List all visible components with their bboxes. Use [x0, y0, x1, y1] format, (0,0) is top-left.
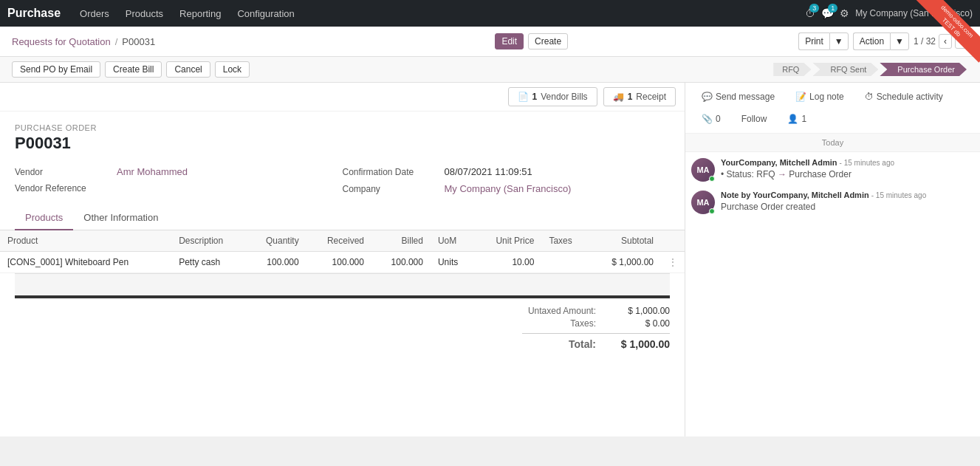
cell-description[interactable]: Petty cash	[171, 252, 246, 273]
cell-subtotal: $ 1,000.00	[589, 252, 661, 273]
nav-products[interactable]: Products	[118, 5, 171, 22]
prev-button[interactable]: ‹	[939, 34, 952, 49]
send-po-email-button[interactable]: Send PO by Email	[12, 61, 100, 78]
message-header-2: Note by YourCompany, Mitchell Admin - 15…	[721, 191, 974, 199]
total-label: Total:	[500, 338, 596, 350]
col-billed: Billed	[371, 230, 431, 252]
vendor-ref-label: Vendor Reference	[15, 183, 111, 193]
pagination: 1 / 32 ‹ ›	[914, 34, 968, 49]
paperclip-icon: 📎	[702, 114, 713, 124]
status-bar: Send PO by Email Create Bill Cancel Lock…	[0, 57, 980, 83]
table-footer	[15, 273, 670, 295]
chat-message-1: MA YourCompany, Mitchell Admin - 15 minu…	[691, 158, 974, 182]
clock-badge: 3	[809, 4, 819, 13]
clock-icon[interactable]: ⏱ 3	[805, 7, 815, 19]
avatar-wrap-1: MA	[691, 158, 715, 182]
taxes-value: $ 0.00	[611, 318, 670, 329]
nav-configuration[interactable]: Configuration	[230, 5, 301, 22]
paperclip-button[interactable]: 📎 0	[694, 111, 728, 127]
follow-button[interactable]: Follow	[734, 111, 775, 127]
edit-button[interactable]: Edit	[495, 33, 524, 49]
receipt-button[interactable]: 🚚 1 Receipt	[603, 87, 676, 106]
next-button[interactable]: ›	[955, 34, 968, 49]
tab-other-information[interactable]: Other Information	[73, 206, 168, 230]
print-dropdown-button[interactable]: ▼	[829, 32, 849, 50]
users-button[interactable]: 👤 1	[780, 111, 814, 127]
clock-icon: ⏱	[865, 92, 874, 102]
total-row: Total: $ 1,000.00	[500, 338, 670, 350]
vendor-bills-bar: 📄 1 Vendor Bills 🚚 1 Receipt	[0, 83, 685, 112]
date-company-fields: Confirmation Date 08/07/2021 11:09:51 Co…	[343, 163, 671, 197]
create-button[interactable]: Create	[528, 33, 568, 49]
action-button[interactable]: Action	[853, 32, 890, 50]
total-value: $ 1,000.00	[611, 338, 670, 350]
untaxed-row: Untaxed Amount: $ 1,000.00	[500, 306, 670, 316]
cancel-button[interactable]: Cancel	[166, 61, 210, 78]
settings-icon[interactable]: ⚙	[840, 7, 849, 19]
pipeline-rfq-sent[interactable]: RFQ Sent	[812, 63, 878, 76]
products-table: Product Description Quantity Received Bi…	[0, 230, 685, 273]
breadcrumb-parent[interactable]: Requests for Quotation	[12, 36, 111, 47]
chatter: 💬 Send message 📝 Log note ⏱ Schedule act…	[685, 83, 980, 436]
col-description: Description	[171, 230, 246, 252]
print-button[interactable]: Print	[798, 32, 829, 50]
note-by-label: Note by	[721, 191, 753, 199]
po-number: P00031	[15, 134, 670, 153]
vendor-bills-button[interactable]: 📄 1 Vendor Bills	[508, 87, 597, 106]
vendor-label: Vendor	[15, 167, 111, 177]
breadcrumb-separator: /	[115, 36, 118, 47]
print-button-group: Print ▼	[798, 32, 849, 50]
taxes-row: Taxes: $ 0.00	[500, 318, 670, 329]
cell-product[interactable]: [CONS_0001] Whiteboard Pen	[0, 252, 171, 273]
cell-quantity[interactable]: 100.000	[246, 252, 306, 273]
po-header: Purchase Order P00031	[0, 112, 685, 160]
po-type-label: Purchase Order	[15, 123, 670, 132]
app-brand[interactable]: Purchase	[7, 7, 61, 20]
note-author: YourCompany, Mitchell Admin	[753, 191, 868, 199]
col-received: Received	[306, 230, 371, 252]
untaxed-value: $ 1,000.00	[611, 306, 670, 316]
totals-section: Untaxed Amount: $ 1,000.00 Taxes: $ 0.00…	[0, 298, 685, 357]
col-subtotal: Subtotal	[589, 230, 661, 252]
chat-message-2: MA Note by YourCompany, Mitchell Admin -…	[691, 191, 974, 214]
avatar-wrap-2: MA	[691, 191, 715, 214]
users-icon: 👤	[787, 114, 798, 124]
online-dot-1	[709, 176, 715, 182]
pipeline-rfq[interactable]: RFQ	[773, 63, 811, 76]
log-note-button[interactable]: 📝 Log note	[788, 89, 851, 105]
cell-uom[interactable]: Units	[431, 252, 475, 273]
vendor-value[interactable]: Amr Mohammed	[117, 166, 188, 177]
nav-orders[interactable]: Orders	[72, 5, 117, 22]
chat-icon[interactable]: 💬 1	[821, 7, 834, 19]
message-time-2: - 15 minutes ago	[871, 191, 927, 199]
tabs-bar: Products Other Information	[0, 206, 685, 230]
followers-count: 0	[716, 114, 721, 124]
nav-reporting[interactable]: Reporting	[172, 5, 228, 22]
cell-unit-price[interactable]: 10.00	[475, 252, 542, 273]
fields-grid: Vendor Amr Mohammed Vendor Reference Con…	[0, 160, 685, 206]
confirmation-date-label: Confirmation Date	[343, 167, 439, 177]
create-bill-button[interactable]: Create Bill	[105, 61, 162, 78]
message-time-1: - 15 minutes ago	[840, 159, 895, 167]
bills-label: Vendor Bills	[541, 92, 587, 102]
status-pipeline: RFQ RFQ Sent Purchase Order	[773, 63, 968, 76]
receipt-icon: 🚚	[613, 92, 624, 102]
send-message-button[interactable]: 💬 Send message	[694, 89, 782, 105]
note-icon: 📝	[795, 92, 806, 102]
tab-products[interactable]: Products	[15, 206, 73, 230]
note-content: Purchase Order created	[721, 202, 974, 212]
col-actions	[661, 230, 685, 252]
users-count: 1	[801, 114, 806, 124]
pipeline-purchase-order[interactable]: Purchase Order	[880, 63, 967, 76]
arrow-icon-1: →	[778, 169, 787, 179]
cell-row-actions[interactable]: ⋮	[661, 252, 685, 273]
action-dropdown-button[interactable]: ▼	[890, 32, 909, 50]
chatter-actions: 💬 Send message 📝 Log note ⏱ Schedule act…	[685, 83, 980, 134]
schedule-activity-button[interactable]: ⏱ Schedule activity	[857, 89, 950, 105]
cell-billed: 100.000	[371, 252, 431, 273]
lock-button[interactable]: Lock	[215, 61, 250, 78]
company-selector[interactable]: My Company (San Francisco)	[855, 8, 973, 18]
company-value[interactable]: My Company (San Francisco)	[445, 183, 572, 194]
message-content-1: • Status: RFQ → Purchase Order	[721, 169, 974, 179]
cell-taxes[interactable]	[541, 252, 589, 273]
